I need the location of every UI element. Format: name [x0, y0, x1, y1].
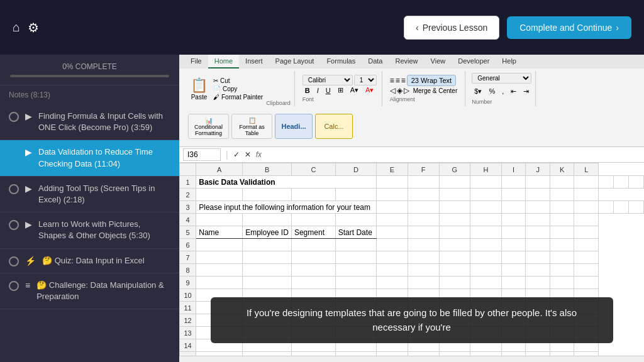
increase-decimal-button[interactable]: ⇥	[521, 87, 531, 96]
cell-i2[interactable]	[501, 189, 526, 201]
cell-i9[interactable]	[501, 277, 526, 289]
cell-d6[interactable]	[335, 239, 376, 251]
cell-d1[interactable]	[439, 176, 470, 189]
cell-e15[interactable]	[377, 352, 408, 356]
cell-i4[interactable]	[501, 214, 526, 226]
align-top-center-button[interactable]: ≡	[396, 76, 400, 85]
cell-a7[interactable]	[196, 251, 243, 264]
cell-j5[interactable]	[526, 226, 550, 239]
cell-d2[interactable]	[335, 189, 376, 201]
row-header[interactable]: 9	[180, 277, 196, 289]
cell-b2[interactable]	[243, 189, 292, 201]
row-header[interactable]: 5	[180, 226, 196, 239]
cell-g8[interactable]	[439, 264, 470, 277]
cell-h7[interactable]	[470, 251, 502, 264]
cell-a8[interactable]	[196, 264, 243, 277]
cell-c1[interactable]	[408, 176, 439, 189]
cell-e2[interactable]	[377, 189, 408, 201]
percent-button[interactable]: %	[486, 87, 497, 96]
cell-l7[interactable]	[574, 251, 599, 264]
cell-h5[interactable]	[470, 226, 502, 239]
cell-e8[interactable]	[377, 264, 408, 277]
cell-k5[interactable]	[550, 226, 574, 239]
cell-c4[interactable]	[291, 214, 335, 226]
cell-j2[interactable]	[526, 189, 550, 201]
cell-f15[interactable]	[408, 352, 439, 356]
align-left-button[interactable]: ◁	[390, 86, 396, 95]
cell-b4[interactable]	[243, 214, 292, 226]
home-button[interactable]: ⌂	[13, 20, 20, 35]
cell-j8[interactable]	[526, 264, 550, 277]
settings-button[interactable]: ⚙	[28, 20, 39, 35]
row-header[interactable]: 13	[180, 327, 196, 339]
cell-g1[interactable]	[526, 176, 550, 189]
formula-input[interactable]	[267, 150, 640, 159]
row-header[interactable]: 10	[180, 289, 196, 302]
row-header[interactable]: 4	[180, 214, 196, 226]
cell-e7[interactable]	[377, 251, 408, 264]
col-header-i[interactable]: I	[501, 163, 526, 176]
cell-l5[interactable]	[574, 226, 599, 239]
cell-c15[interactable]	[291, 352, 335, 356]
sidebar-item-pictures-shapes[interactable]: ▶ Learn to Work with Pictures, Shapes & …	[0, 212, 179, 248]
cell-d7[interactable]	[335, 251, 376, 264]
cell-d4[interactable]	[335, 214, 376, 226]
tab-data[interactable]: Data	[362, 55, 389, 69]
col-header-a[interactable]: A	[196, 163, 243, 176]
cell-j1[interactable]	[599, 176, 614, 189]
cell-a4[interactable]	[196, 214, 243, 226]
sidebar-item-quiz[interactable]: ⚡ 🤔 Quiz: Data Input in Excel	[0, 249, 179, 273]
cell-c8[interactable]	[291, 264, 335, 277]
cell-j6[interactable]	[526, 239, 550, 251]
cell-b1[interactable]	[377, 176, 408, 189]
comma-button[interactable]: ,	[499, 87, 506, 96]
conditional-formatting-button[interactable]: 📊 Conditional Formatting	[188, 114, 229, 139]
cell-d8[interactable]	[335, 264, 376, 277]
cell-j4[interactable]	[526, 214, 550, 226]
cell-f9[interactable]	[408, 277, 439, 289]
cell-l8[interactable]	[574, 264, 599, 277]
cell-h4[interactable]	[470, 214, 502, 226]
cell-c7[interactable]	[291, 251, 335, 264]
cell-h15[interactable]	[470, 352, 502, 356]
cell-j3[interactable]	[599, 201, 614, 214]
cell-e5[interactable]	[377, 226, 408, 239]
cell-k7[interactable]	[550, 251, 574, 264]
cell-b6[interactable]	[243, 239, 292, 251]
sidebar-item-data-validation[interactable]: ▶ Data Validation to Reduce Time Checkin…	[0, 140, 179, 176]
cell-a1[interactable]: Basic Data Validation	[196, 176, 377, 189]
cell-k8[interactable]	[550, 264, 574, 277]
cell-j9[interactable]	[526, 277, 550, 289]
cell-f5[interactable]	[408, 226, 439, 239]
col-header-j[interactable]: J	[526, 163, 550, 176]
cell-g9[interactable]	[439, 277, 470, 289]
horizontal-scrollbar[interactable]	[179, 356, 644, 362]
cell-c2[interactable]	[291, 189, 335, 201]
row-header[interactable]: 14	[180, 339, 196, 352]
cell-e9[interactable]	[377, 277, 408, 289]
cell-h8[interactable]	[470, 264, 502, 277]
cell-k1[interactable]	[614, 176, 629, 189]
font-family-select[interactable]: Calibri	[303, 75, 353, 85]
cell-i5[interactable]	[501, 226, 526, 239]
copy-button[interactable]: 📄 Copy	[211, 85, 265, 93]
decrease-decimal-button[interactable]: ⇤	[508, 87, 519, 96]
cell-l1[interactable]	[629, 176, 644, 189]
cell-b3[interactable]	[377, 201, 408, 214]
align-right-button[interactable]: ▷	[404, 86, 409, 95]
row-header[interactable]: 2	[180, 189, 196, 201]
col-header-c[interactable]: C	[291, 163, 335, 176]
underline-button[interactable]: U	[323, 86, 333, 95]
cell-a15[interactable]	[196, 352, 243, 356]
cell-e1[interactable]	[470, 176, 502, 189]
col-header-h[interactable]: H	[470, 163, 502, 176]
cell-h6[interactable]	[470, 239, 502, 251]
sidebar-item-challenge[interactable]: ≡ 🤔 Challenge: Data Manipulation & Prepa…	[0, 273, 179, 309]
cell-l2[interactable]	[574, 189, 599, 201]
cell-a9[interactable]	[196, 277, 243, 289]
cell-b9[interactable]	[243, 277, 292, 289]
border-button[interactable]: ⊞	[335, 85, 346, 95]
cell-l3[interactable]	[629, 201, 644, 214]
row-header[interactable]: 8	[180, 264, 196, 277]
row-header[interactable]: 15	[180, 352, 196, 356]
